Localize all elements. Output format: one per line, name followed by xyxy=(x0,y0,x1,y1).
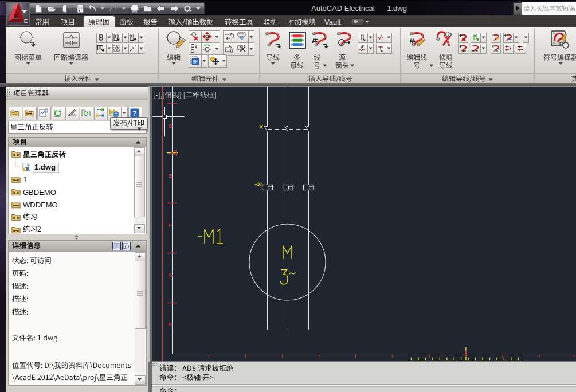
svg-text:G: G xyxy=(169,272,173,278)
svg-text:H: H xyxy=(169,321,173,327)
svg-text:F: F xyxy=(169,222,172,228)
svg-text:E: E xyxy=(169,173,172,179)
svg-text:?: ? xyxy=(132,109,136,117)
svg-text:D: D xyxy=(169,123,173,129)
